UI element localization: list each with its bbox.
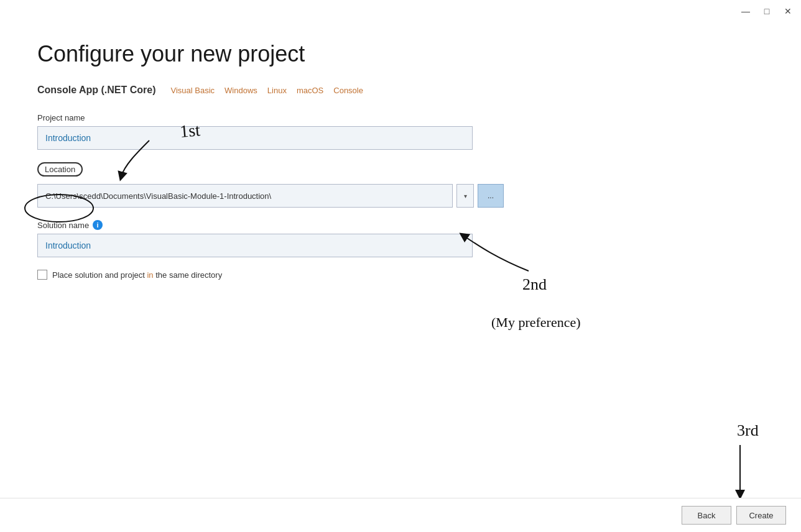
create-button[interactable]: Create	[736, 506, 786, 525]
project-name-input[interactable]	[37, 126, 473, 150]
location-group: Location ▾ ...	[37, 162, 764, 208]
tag-linux: Linux	[267, 86, 287, 95]
maximize-button[interactable]: □	[761, 6, 772, 17]
back-button[interactable]: Back	[682, 506, 731, 525]
app-type-name: Console App (.NET Core)	[37, 85, 156, 96]
app-type-row: Console App (.NET Core) Visual Basic Win…	[37, 85, 764, 96]
location-input[interactable]	[37, 184, 453, 208]
location-row: ▾ ...	[37, 184, 764, 208]
tag-macos: macOS	[297, 86, 323, 95]
svg-text:3rd: 3rd	[737, 421, 759, 439]
close-button[interactable]: ✕	[782, 6, 794, 17]
tag-console: Console	[333, 86, 363, 95]
browse-button[interactable]: ...	[478, 184, 504, 208]
tag-windows: Windows	[225, 86, 257, 95]
same-directory-label: Place solution and project in the same d…	[52, 270, 222, 280]
location-label: Location	[37, 162, 83, 177]
tag-vb: Visual Basic	[171, 86, 215, 95]
solution-name-label: Solution name i	[37, 220, 764, 230]
solution-name-input[interactable]	[37, 234, 473, 257]
page-title: Configure your new project	[37, 41, 764, 67]
same-directory-checkbox[interactable]	[37, 270, 47, 280]
location-dropdown-arrow[interactable]: ▾	[456, 184, 474, 208]
svg-text:(My preference): (My preference)	[491, 314, 581, 330]
solution-name-info-icon[interactable]: i	[93, 220, 103, 230]
same-directory-row: Place solution and project in the same d…	[37, 270, 764, 280]
window: — □ ✕ Configure your new project Console…	[0, 0, 801, 532]
main-content: Configure your new project Console App (…	[0, 22, 801, 498]
minimize-button[interactable]: —	[740, 6, 751, 17]
footer: Back Create	[0, 498, 801, 532]
title-bar: — □ ✕	[0, 0, 801, 22]
project-name-group: Project name	[37, 113, 764, 150]
solution-name-group: Solution name i	[37, 220, 764, 257]
app-type-tags: Visual Basic Windows Linux macOS Console	[171, 86, 363, 95]
project-name-label: Project name	[37, 113, 764, 122]
